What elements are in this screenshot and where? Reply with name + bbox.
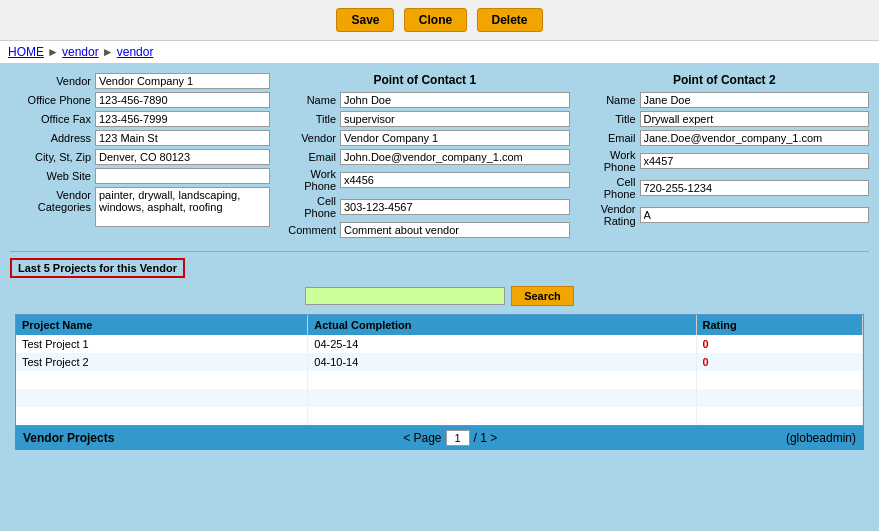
poc2-email-label: Email	[580, 132, 640, 144]
poc2-vendor-rating-input[interactable]	[640, 207, 870, 223]
office-fax-input[interactable]	[95, 111, 270, 127]
poc2-work-phone-input[interactable]	[640, 153, 870, 169]
poc1-name-label: Name	[280, 94, 340, 106]
poc1-email-input[interactable]	[340, 149, 570, 165]
poc1-title-label: Title	[280, 113, 340, 125]
vendor-input[interactable]	[95, 73, 270, 89]
poc2-work-phone-row: Work Phone	[580, 149, 870, 173]
cell-project-name: Test Project 1	[16, 335, 308, 353]
vendor-label: Vendor	[10, 73, 95, 87]
poc2-column: Point of Contact 2 Name Title Email Work…	[580, 73, 870, 241]
poc1-email-row: Email	[280, 149, 570, 165]
footer-user: (globeadmin)	[786, 431, 856, 445]
breadcrumb-home[interactable]: HOME	[8, 45, 44, 59]
poc1-cell-phone-label: Cell Phone	[280, 195, 340, 219]
poc1-comment-input[interactable]	[340, 222, 570, 238]
web-site-field-row: Web Site	[10, 168, 270, 184]
table-row-empty	[16, 371, 863, 389]
poc2-title-input[interactable]	[640, 111, 870, 127]
poc1-column: Point of Contact 1 Name Title Vendor Ema…	[280, 73, 570, 241]
cell-completion: 04-10-14	[308, 353, 696, 371]
poc1-name-input[interactable]	[340, 92, 570, 108]
poc2-email-row: Email	[580, 130, 870, 146]
cell-rating: 0	[696, 353, 862, 371]
vendor-categories-textarea[interactable]: painter, drywall, landscaping, windows, …	[95, 187, 270, 227]
search-button[interactable]: Search	[511, 286, 574, 306]
vendor-field-row: Vendor	[10, 73, 270, 89]
main-content: Vendor Office Phone Office Fax Address C…	[0, 63, 879, 531]
page-total-label: / 1 >	[474, 431, 498, 445]
poc2-title-row: Title	[580, 111, 870, 127]
table-row-empty	[16, 389, 863, 407]
poc2-vendor-rating-label: Vendor Rating	[580, 203, 640, 227]
web-site-input[interactable]	[95, 168, 270, 184]
poc1-comment-label: Comment	[280, 224, 340, 236]
vendor-info-column: Vendor Office Phone Office Fax Address C…	[10, 73, 270, 241]
web-site-label: Web Site	[10, 168, 95, 182]
search-bar: Search	[10, 286, 869, 306]
divider	[10, 251, 869, 252]
poc1-vendor-row: Vendor	[280, 130, 570, 146]
poc2-cell-phone-label: Cell Phone	[580, 176, 640, 200]
poc2-cell-phone-input[interactable]	[640, 180, 870, 196]
poc1-work-phone-label: Work Phone	[280, 168, 340, 192]
address-label: Address	[10, 130, 95, 144]
poc2-name-row: Name	[580, 92, 870, 108]
save-button[interactable]: Save	[336, 8, 394, 32]
breadcrumb-sep2: ►	[102, 45, 114, 59]
page-prev-label: < Page	[403, 431, 441, 445]
office-phone-input[interactable]	[95, 92, 270, 108]
table-header-row: Project Name Actual Completion Rating	[16, 315, 863, 335]
table-row-empty	[16, 407, 863, 425]
poc2-vendor-rating-row: Vendor Rating	[580, 203, 870, 227]
office-phone-field-row: Office Phone	[10, 92, 270, 108]
breadcrumb-vendor1[interactable]: vendor	[62, 45, 99, 59]
office-phone-label: Office Phone	[10, 92, 95, 106]
poc2-title: Point of Contact 2	[580, 73, 870, 87]
footer-label: Vendor Projects	[23, 431, 114, 445]
poc2-work-phone-label: Work Phone	[580, 149, 640, 173]
poc1-cell-phone-input[interactable]	[340, 199, 570, 215]
poc2-name-label: Name	[580, 94, 640, 106]
office-fax-field-row: Office Fax	[10, 111, 270, 127]
cell-completion: 04-25-14	[308, 335, 696, 353]
clone-button[interactable]: Clone	[404, 8, 467, 32]
poc1-name-row: Name	[280, 92, 570, 108]
poc1-vendor-input[interactable]	[340, 130, 570, 146]
cell-project-name: Test Project 2	[16, 353, 308, 371]
city-state-zip-input[interactable]	[95, 149, 270, 165]
col-actual-completion: Actual Completion	[308, 315, 696, 335]
col-rating: Rating	[696, 315, 862, 335]
breadcrumb-sep1: ►	[47, 45, 59, 59]
col-project-name: Project Name	[16, 315, 308, 335]
poc2-name-input[interactable]	[640, 92, 870, 108]
delete-button[interactable]: Delete	[477, 8, 543, 32]
address-input[interactable]	[95, 130, 270, 146]
poc2-title-label: Title	[580, 113, 640, 125]
poc1-work-phone-row: Work Phone	[280, 168, 570, 192]
table-row: Test Project 2 04-10-14 0	[16, 353, 863, 371]
projects-table: Project Name Actual Completion Rating Te…	[16, 315, 863, 425]
vendor-categories-label: Vendor Categories	[10, 187, 95, 213]
table-footer: Vendor Projects < Page / 1 > (globeadmin…	[15, 426, 864, 450]
poc1-title-input[interactable]	[340, 111, 570, 127]
form-area: Vendor Office Phone Office Fax Address C…	[10, 73, 869, 241]
page-current-input[interactable]	[446, 430, 470, 446]
pagination: < Page / 1 >	[403, 430, 497, 446]
vendor-categories-field-row: Vendor Categories painter, drywall, land…	[10, 187, 270, 227]
poc1-work-phone-input[interactable]	[340, 172, 570, 188]
poc2-email-input[interactable]	[640, 130, 870, 146]
project-search-input[interactable]	[305, 287, 505, 305]
poc2-cell-phone-row: Cell Phone	[580, 176, 870, 200]
breadcrumb: HOME ► vendor ► vendor	[0, 41, 879, 63]
city-state-zip-label: City, St, Zip	[10, 149, 95, 163]
projects-table-container: Project Name Actual Completion Rating Te…	[15, 314, 864, 426]
poc1-cell-phone-row: Cell Phone	[280, 195, 570, 219]
poc1-title-row: Title	[280, 111, 570, 127]
toolbar: Save Clone Delete	[0, 0, 879, 41]
cell-rating: 0	[696, 335, 862, 353]
poc1-email-label: Email	[280, 151, 340, 163]
office-fax-label: Office Fax	[10, 111, 95, 125]
breadcrumb-vendor2[interactable]: vendor	[117, 45, 154, 59]
poc1-title: Point of Contact 1	[280, 73, 570, 87]
